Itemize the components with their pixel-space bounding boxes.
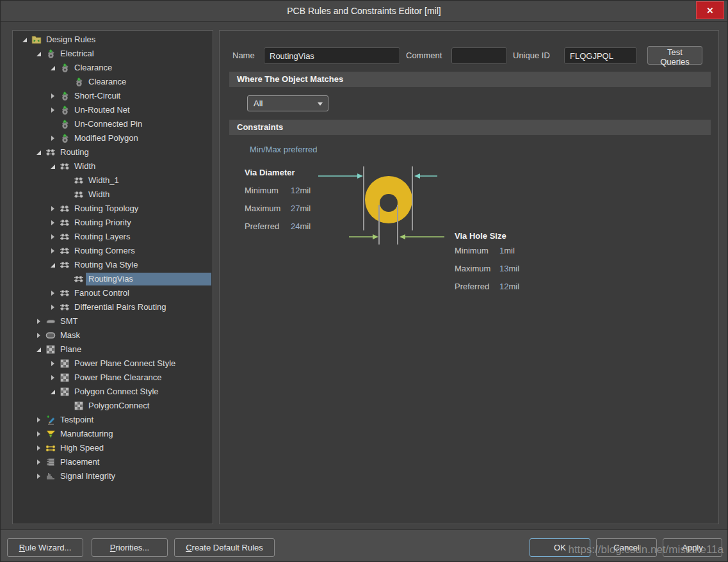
expander-collapsed-icon[interactable]	[35, 455, 45, 469]
tree-item-un-connected-pin[interactable]: Un-Connected Pin	[13, 117, 213, 131]
tree-item-routing-priority[interactable]: Routing Priority	[13, 216, 213, 230]
tree-item-label: Routing Priority	[72, 216, 134, 229]
expander-collapsed-icon[interactable]	[49, 131, 59, 145]
tree-item-routing[interactable]: Routing	[13, 145, 213, 159]
electrical-rule-icon	[59, 133, 70, 143]
constraint-value[interactable]: 24	[291, 221, 300, 231]
cancel-button[interactable]: Cancel	[596, 538, 657, 557]
expander-expanded-icon[interactable]	[49, 385, 59, 399]
expander-collapsed-icon[interactable]	[49, 216, 59, 230]
electrical-rule-icon	[73, 77, 85, 87]
tree-item-differential-pairs-routing[interactable]: Differential Pairs Routing	[13, 300, 213, 314]
tree-item-routing-corners[interactable]: Routing Corners	[13, 244, 213, 258]
test-queries-button[interactable]: Test Queries	[647, 46, 702, 65]
ok-button[interactable]: OK	[530, 538, 590, 557]
scope-dropdown[interactable]: All	[247, 95, 328, 111]
minmax-preferred-link[interactable]: Min/Max preferred	[250, 145, 317, 154]
tree-item-fanout-control[interactable]: Fanout Control	[13, 286, 213, 300]
tree-item-routing-via-style[interactable]: Routing Via Style	[13, 258, 213, 272]
tree-item-electrical[interactable]: Electrical	[13, 47, 213, 61]
constraint-value[interactable]: 12	[499, 282, 508, 291]
expander-collapsed-icon[interactable]	[49, 300, 59, 314]
tree-item-high-speed[interactable]: High Speed	[13, 441, 213, 455]
unique-id-input[interactable]	[564, 47, 637, 64]
tree-item-plane[interactable]: Plane	[13, 342, 213, 357]
tree-item-power-plane-connect-style[interactable]: Power Plane Connect Style	[13, 357, 213, 371]
name-input[interactable]	[264, 47, 400, 64]
apply-button[interactable]: Apply	[663, 538, 722, 557]
tree-item-short-circuit[interactable]: Short-Circuit	[13, 89, 213, 103]
plane-rule-icon	[73, 401, 85, 411]
constraint-value[interactable]: 13	[499, 264, 508, 273]
expander-collapsed-icon[interactable]	[49, 244, 59, 258]
tree-item-label: Signal Integrity	[58, 470, 118, 483]
routing-rule-icon	[59, 302, 70, 312]
hole-marker-right	[397, 205, 398, 245]
expander-expanded-icon[interactable]	[49, 258, 59, 272]
expander-collapsed-icon[interactable]	[49, 89, 59, 103]
close-button[interactable]: ✕	[696, 1, 724, 19]
tree-item-label: Plane	[58, 343, 84, 356]
tree-item-clearance[interactable]: Clearance	[13, 75, 213, 89]
tree-item-clearance[interactable]: Clearance	[13, 61, 213, 75]
expander-expanded-icon[interactable]	[49, 159, 59, 173]
signal-integrity-rule-icon	[45, 471, 56, 481]
expander-collapsed-icon[interactable]	[35, 469, 45, 483]
electrical-rule-icon	[59, 105, 70, 115]
expander-collapsed-icon[interactable]	[49, 230, 59, 244]
tree-item-placement[interactable]: Placement	[13, 455, 213, 469]
expander-collapsed-icon[interactable]	[49, 103, 59, 117]
expander-collapsed-icon[interactable]	[35, 328, 45, 342]
expander-collapsed-icon[interactable]	[49, 357, 59, 371]
expander-expanded-icon[interactable]	[49, 61, 59, 75]
tree-item-manufacturing[interactable]: Manufacturing	[13, 427, 213, 441]
tree-item-label: RoutingVias	[86, 273, 211, 285]
routing-rule-icon	[59, 288, 70, 298]
tree-item-mask[interactable]: Mask	[13, 328, 213, 342]
expander-collapsed-icon[interactable]	[35, 314, 45, 328]
rule-wizard-button[interactable]: Rule Wizard...	[7, 538, 83, 557]
tree-item-signal-integrity[interactable]: Signal Integrity	[13, 469, 213, 483]
tree-item-polygon-connect-style[interactable]: Polygon Connect Style	[13, 385, 213, 399]
expander-expanded-icon[interactable]	[35, 145, 45, 159]
expander-expanded-icon[interactable]	[20, 33, 31, 47]
plane-rule-icon	[59, 373, 70, 383]
diameter-arrow-left-icon	[318, 172, 363, 180]
tree-item-routing-layers[interactable]: Routing Layers	[13, 230, 213, 244]
tree-item-routingvias[interactable]: RoutingVias	[13, 272, 213, 286]
constraint-value[interactable]: 12	[291, 186, 300, 195]
chevron-down-icon	[318, 102, 323, 106]
tree-item-testpoint[interactable]: Testpoint	[13, 413, 213, 427]
comment-label: Comment	[406, 47, 442, 64]
expander-collapsed-icon[interactable]	[49, 202, 59, 216]
comment-input[interactable]	[451, 47, 507, 64]
expander-collapsed-icon[interactable]	[35, 441, 45, 455]
tree-item-design-rules[interactable]: Design Rules	[13, 33, 213, 47]
tree-item-modified-polygon[interactable]: Modified Polygon	[13, 131, 213, 145]
constraints-header: Constraints	[229, 120, 711, 135]
expander-collapsed-icon[interactable]	[49, 286, 59, 300]
tree-item-label: Manufacturing	[58, 428, 115, 440]
expander-collapsed-icon[interactable]	[49, 371, 59, 385]
expander-collapsed-icon[interactable]	[35, 427, 45, 441]
tree-item-label: Routing Via Style	[72, 259, 141, 271]
create-default-rules-button[interactable]: Create Default Rules	[174, 538, 275, 557]
constraint-value[interactable]: 27	[291, 204, 300, 213]
expander-collapsed-icon[interactable]	[35, 413, 45, 427]
expander-expanded-icon[interactable]	[35, 342, 45, 357]
expander-expanded-icon[interactable]	[35, 47, 45, 61]
constraint-label: Preferred	[245, 218, 291, 236]
priorities-button[interactable]: Priorities...	[92, 538, 168, 557]
tree-item-routing-topology[interactable]: Routing Topology	[13, 202, 213, 216]
tree-item-label: Clearance	[86, 76, 129, 88]
routing-rule-icon	[59, 161, 70, 172]
tree-item-power-plane-clearance[interactable]: Power Plane Clearance	[13, 371, 213, 385]
tree-item-width[interactable]: Width	[13, 188, 213, 202]
constraint-label: Maximum	[455, 260, 499, 278]
tree-item-width-1[interactable]: Width_1	[13, 173, 213, 188]
tree-item-smt[interactable]: SMT	[13, 314, 213, 328]
hole-arrow-left-icon	[349, 233, 378, 241]
tree-item-un-routed-net[interactable]: Un-Routed Net	[13, 103, 213, 117]
tree-item-polygonconnect[interactable]: PolygonConnect	[13, 399, 213, 413]
tree-item-width[interactable]: Width	[13, 159, 213, 173]
